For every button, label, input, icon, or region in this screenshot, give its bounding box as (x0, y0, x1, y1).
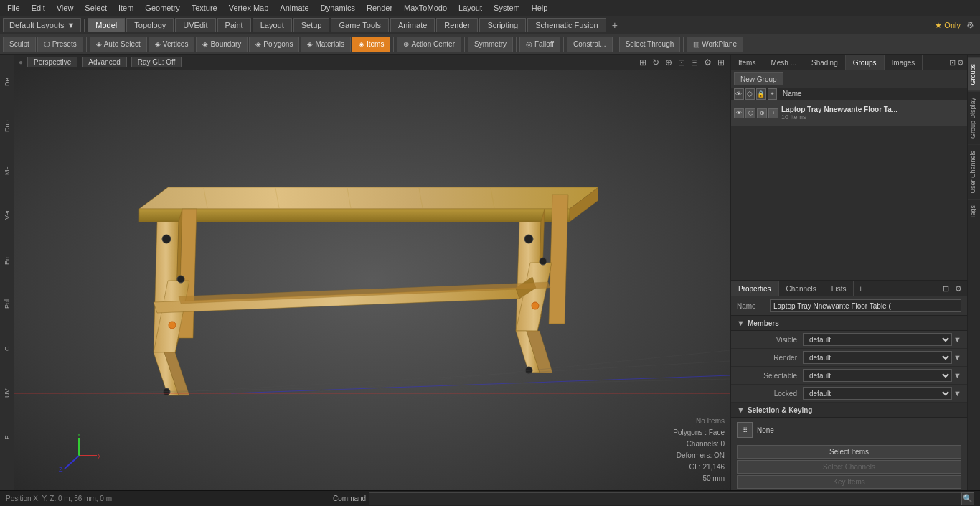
members-section-header[interactable]: ▼ Members (731, 316, 967, 331)
auto-select-btn[interactable]: ◈ Auto Select (90, 37, 147, 52)
tab-setup[interactable]: Setup (293, 18, 330, 32)
tab-uvedit[interactable]: UVEdit (175, 18, 215, 32)
render-select[interactable]: default (803, 351, 952, 364)
viewport-icon-grid[interactable]: ⊞ (638, 57, 648, 68)
select-through-btn[interactable]: Select Through (619, 37, 681, 52)
menu-select[interactable]: Select (80, 2, 111, 14)
menu-help[interactable]: Help (527, 2, 552, 14)
rp-expand-icon[interactable]: ⊡ (949, 58, 956, 67)
group-select-icon[interactable]: ⊕ (757, 108, 767, 118)
tab-render[interactable]: Render (436, 18, 478, 32)
left-tool-edge[interactable]: Em... (1, 235, 13, 278)
sel-keying-header[interactable]: ▼ Selection & Keying (731, 403, 967, 418)
layout-dropdown[interactable]: Default Layouts ▼ (3, 18, 81, 32)
group-render-icon[interactable]: ⬡ (745, 108, 755, 118)
pp-tab-channels[interactable]: Channels (779, 281, 824, 296)
menu-dynamics[interactable]: Dynamics (316, 2, 359, 14)
symmetry-btn[interactable]: Symmetry (468, 37, 513, 52)
rp-tab-groups[interactable]: Groups (846, 55, 885, 70)
vtab-group-display[interactable]: Group Display (968, 91, 981, 144)
menu-geometry[interactable]: Geometry (141, 2, 184, 14)
tab-topology[interactable]: Topology (126, 18, 174, 32)
menu-file[interactable]: File (3, 2, 24, 14)
left-tool-deform[interactable]: De... (1, 57, 13, 100)
gp-extra-col[interactable]: + (768, 88, 778, 100)
left-tool-uv[interactable]: UV... (1, 369, 13, 412)
command-search-btn[interactable]: 🔍 (961, 492, 974, 505)
menu-texture[interactable]: Texture (187, 2, 222, 14)
visible-select[interactable]: default (803, 333, 952, 346)
tab-schematic-fusion[interactable]: Schematic Fusion (527, 18, 606, 32)
boundary-btn[interactable]: ◈ Boundary (196, 37, 248, 52)
left-tool-polygon[interactable]: Pol... (1, 280, 13, 323)
left-tool-falloff[interactable]: F... (1, 413, 13, 456)
group-item-row[interactable]: 👁 ⬡ ⊕ + Laptop Tray Nnewvante Floor Ta..… (731, 100, 967, 126)
tab-game-tools[interactable]: Game Tools (331, 18, 389, 32)
work-plane-btn[interactable]: ▥ WorkPlane (687, 37, 743, 52)
menu-system[interactable]: System (489, 2, 524, 14)
viewport-icon-expand[interactable]: ⊞ (716, 57, 726, 68)
menu-edit[interactable]: Edit (27, 2, 50, 14)
action-center-btn[interactable]: ⊕ Action Center (397, 37, 461, 52)
presets-btn[interactable]: ⬡ Presets (37, 37, 83, 52)
left-tool-duplicate[interactable]: Dup... (1, 102, 13, 145)
rp-tab-mesh[interactable]: Mesh ... (763, 55, 804, 70)
viewport-icon-settings[interactable]: ⚙ (702, 57, 713, 68)
viewport-icon-fit[interactable]: ⊡ (677, 57, 687, 68)
tab-paint[interactable]: Paint (217, 18, 251, 32)
viewport-perspective-btn[interactable]: Perspective (27, 57, 77, 67)
menu-view[interactable]: View (52, 2, 78, 14)
viewport-canvas[interactable]: No Items Polygons : Face Channels: 0 Def… (14, 70, 730, 490)
rp-tab-shading[interactable]: Shading (804, 55, 846, 70)
menu-render[interactable]: Render (362, 2, 397, 14)
vertices-btn[interactable]: ◈ Vertices (149, 37, 195, 52)
tab-plus[interactable]: + (608, 19, 622, 31)
pp-expand-btn1[interactable]: ⊡ (941, 284, 951, 294)
tab-scripting[interactable]: Scripting (479, 18, 526, 32)
materials-btn[interactable]: ◈ Materials (301, 37, 351, 52)
pp-tab-lists[interactable]: Lists (824, 281, 854, 296)
polygons-btn[interactable]: ◈ Polygons (249, 37, 299, 52)
viewport-icon-zoom[interactable]: ⊕ (664, 57, 674, 68)
items-btn[interactable]: ◈ Items (352, 37, 390, 52)
left-tool-create[interactable]: C... (1, 324, 13, 367)
group-expand-icon[interactable]: + (768, 108, 778, 118)
gp-lock-col[interactable]: 🔒 (756, 88, 766, 100)
left-tool-vertex[interactable]: Ver... (1, 191, 13, 234)
viewport-area[interactable]: ● Perspective Advanced Ray GL: Off ⊞ ↻ ⊕… (14, 55, 730, 490)
viewport-icon-camera[interactable]: ⊟ (689, 57, 699, 68)
menu-animate[interactable]: Animate (275, 2, 313, 14)
settings-icon[interactable]: ⚙ (966, 20, 974, 30)
menu-maxtomode[interactable]: MaxToModo (400, 2, 451, 14)
name-input[interactable] (770, 299, 961, 312)
menu-vertex-map[interactable]: Vertex Map (225, 2, 273, 14)
rp-settings-icon[interactable]: ⚙ (957, 58, 964, 67)
tab-model[interactable]: Model (88, 18, 125, 32)
vtab-groups[interactable]: Groups (968, 57, 981, 91)
pp-tab-properties[interactable]: Properties (731, 281, 779, 296)
command-input[interactable] (369, 492, 961, 505)
tab-animate[interactable]: Animate (390, 18, 435, 32)
selectable-select[interactable]: default (803, 369, 952, 382)
gp-eye-col[interactable]: 👁 (734, 88, 744, 100)
gp-render-col[interactable]: ⬡ (745, 88, 755, 100)
select-items-btn[interactable]: Select Items (737, 445, 961, 459)
locked-select[interactable]: default (803, 387, 952, 400)
vtab-user-channels[interactable]: User Channels (968, 144, 981, 200)
viewport-shading-btn[interactable]: Advanced (82, 57, 126, 67)
rp-tab-images[interactable]: Images (885, 55, 923, 70)
group-eye-icon[interactable]: 👁 (734, 108, 744, 118)
tab-layout[interactable]: Layout (253, 18, 292, 32)
menu-layout[interactable]: Layout (454, 2, 486, 14)
new-group-btn[interactable]: New Group (734, 72, 783, 85)
viewport-icon-rotate[interactable]: ↻ (651, 57, 661, 68)
pp-expand-btn2[interactable]: ⚙ (953, 284, 964, 294)
vtab-tags[interactable]: Tags (968, 199, 981, 225)
viewport-raygl-btn[interactable]: Ray GL: Off (131, 57, 182, 67)
key-items-btn[interactable]: Key Items (737, 475, 961, 489)
pp-tab-plus[interactable]: + (854, 284, 867, 293)
sel-keying-grid-icon[interactable]: ⠿ (737, 422, 753, 438)
sculpt-btn[interactable]: Sculpt (3, 37, 36, 52)
menu-item[interactable]: Item (114, 2, 138, 14)
rp-tab-items[interactable]: Items (731, 55, 763, 70)
